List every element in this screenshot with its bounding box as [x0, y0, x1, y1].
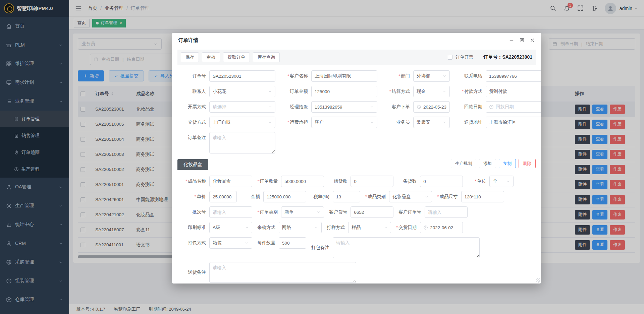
product-field-input[interactable]	[279, 237, 306, 249]
field-label: 印刷标准	[177, 225, 209, 231]
order-field-input[interactable]	[486, 70, 541, 82]
product-field-input[interactable]	[209, 206, 252, 218]
product-field-input[interactable]	[420, 176, 463, 187]
order-field-select[interactable]: 小花花	[209, 86, 275, 97]
product-field-select[interactable]: A级	[209, 222, 252, 233]
chevron-down-icon	[245, 241, 249, 245]
chevron-down-icon	[506, 179, 510, 183]
chevron-down-icon	[442, 89, 446, 93]
order-field-select[interactable]: 客户	[311, 117, 377, 128]
add-product-button[interactable]: 添加	[479, 159, 496, 168]
product-field-select[interactable]: 个	[489, 176, 514, 187]
product-field-input[interactable]	[263, 191, 306, 202]
chevron-down-icon	[268, 120, 272, 124]
field-label: 订单金额	[279, 88, 311, 95]
product-tab[interactable]: 化妆品盒	[177, 159, 208, 170]
product-actions: 生产规划添加复制删除	[451, 159, 536, 170]
modal-toolbar-buttons: 保存审核提取订单库存查询	[181, 52, 280, 62]
save-button[interactable]: 保存	[181, 52, 199, 62]
invoice-checkbox[interactable]	[448, 55, 452, 60]
product-field-input[interactable]	[461, 191, 504, 202]
product-field-input[interactable]	[351, 206, 393, 218]
order-field-textarea[interactable]	[209, 132, 275, 153]
product-field-textarea[interactable]	[209, 262, 356, 283]
product-field-select[interactable]: 网络	[279, 222, 322, 233]
field-label: 客户下单	[381, 104, 413, 110]
field-label: *付款方式	[454, 88, 486, 95]
modal-order-no: 订单号：SA220523001	[483, 54, 532, 60]
modal-header: 订单详情	[172, 33, 541, 48]
field-label: 来稿方式	[257, 225, 279, 231]
order-field-select[interactable]: 常康安	[413, 117, 450, 128]
close-icon[interactable]	[530, 38, 535, 43]
stock-query-button[interactable]: 库存查询	[253, 52, 280, 62]
product-field-input[interactable]	[425, 206, 468, 218]
audit-button[interactable]: 审核	[202, 52, 220, 62]
order-field-select[interactable]: 请选择	[209, 101, 275, 113]
product-field-date[interactable]: 2022-06-02	[420, 222, 463, 233]
field-label: *成品类别	[365, 194, 389, 200]
field-label: 客户订单号	[398, 209, 425, 215]
order-field-date[interactable]: 回款日期	[486, 101, 541, 113]
field-label: 回款日期	[454, 104, 486, 110]
field-label: 金额	[242, 194, 263, 200]
field-label: *部门	[381, 73, 413, 79]
field-label: 打样方式	[327, 225, 348, 231]
order-field-date[interactable]: 2022-05-23	[413, 101, 450, 113]
field-label: *成品名称	[177, 178, 209, 184]
chevron-down-icon	[370, 105, 374, 109]
minimize-icon[interactable]	[509, 38, 514, 43]
chevron-down-icon	[370, 120, 374, 124]
order-field-select[interactable]: 13513982659	[311, 101, 377, 113]
field-label: *成品尺寸	[437, 194, 461, 200]
product-field-select[interactable]: 化妆品盒	[389, 191, 432, 202]
clock-icon	[423, 225, 428, 230]
chevron-down-icon	[425, 195, 429, 199]
order-field-select[interactable]: 货到付款	[486, 86, 541, 97]
order-detail-modal: 订单详情 保存审核提取订单库存查询 订单开票 订单号：SA220523001 订…	[172, 33, 541, 284]
order-field-select[interactable]: 上门自取	[209, 117, 275, 128]
chevron-down-icon	[442, 120, 446, 124]
product-field-select[interactable]: 样品	[348, 222, 391, 233]
field-label: 联系电话	[454, 73, 486, 79]
copy-product-button[interactable]: 复制	[499, 159, 516, 168]
production-plan-button[interactable]: 生产规划	[451, 159, 476, 168]
field-label: 备货数	[398, 178, 420, 184]
order-field-input[interactable]	[311, 70, 377, 82]
product-tabs: 化妆品盒 生产规划添加复制删除	[177, 159, 536, 170]
field-label: *结算方式	[381, 88, 413, 95]
product-field-input[interactable]	[333, 191, 360, 202]
product-field-input[interactable]	[281, 176, 324, 187]
field-label: 税率(%)	[311, 194, 333, 200]
extract-order-button[interactable]: 提取订单	[223, 52, 250, 62]
product-field-select[interactable]: 箱装	[209, 237, 252, 249]
chevron-down-icon	[314, 226, 318, 230]
product-field-textarea[interactable]	[333, 237, 480, 258]
invoice-checkbox-label: 订单开票	[455, 54, 473, 60]
product-field-input[interactable]	[209, 176, 252, 187]
order-field-select[interactable]: 现金	[413, 86, 450, 97]
field-label: *运费承担	[279, 119, 311, 125]
field-label: *订单类别	[257, 209, 281, 215]
order-form: 订单号*客户名称*部门外协部联系电话联系人小花花订单金额*结算方式现金*付款方式…	[177, 70, 536, 153]
chevron-down-icon	[245, 226, 249, 230]
maximize-icon[interactable]	[519, 38, 525, 43]
product-field-input[interactable]	[209, 191, 237, 202]
modal-body: 保存审核提取订单库存查询 订单开票 订单号：SA220523001 订单号*客户…	[172, 48, 541, 284]
delete-product-button[interactable]: 删除	[519, 159, 536, 168]
order-field-select[interactable]: 外协部	[413, 70, 450, 82]
field-label: *单位	[468, 178, 489, 184]
product-form: *成品名称*订单数量赠货数备货数*单位个*单价金额税率(%)*成品类别化妆品盒*…	[177, 176, 536, 283]
field-label: *交货日期	[396, 225, 420, 231]
product-field-select[interactable]: 新单	[281, 206, 324, 218]
field-label: *客户名称	[279, 73, 311, 79]
chevron-down-icon	[317, 210, 321, 214]
field-label: 交货方式	[177, 119, 209, 125]
order-field-input[interactable]	[209, 70, 275, 82]
modal-title: 订单详情	[178, 37, 198, 44]
field-label: 批次号	[177, 209, 209, 215]
product-field-input[interactable]	[351, 176, 393, 187]
clock-icon	[489, 105, 494, 109]
order-field-select[interactable]: 上海市徐汇区	[486, 117, 541, 128]
order-field-input[interactable]	[311, 86, 377, 97]
